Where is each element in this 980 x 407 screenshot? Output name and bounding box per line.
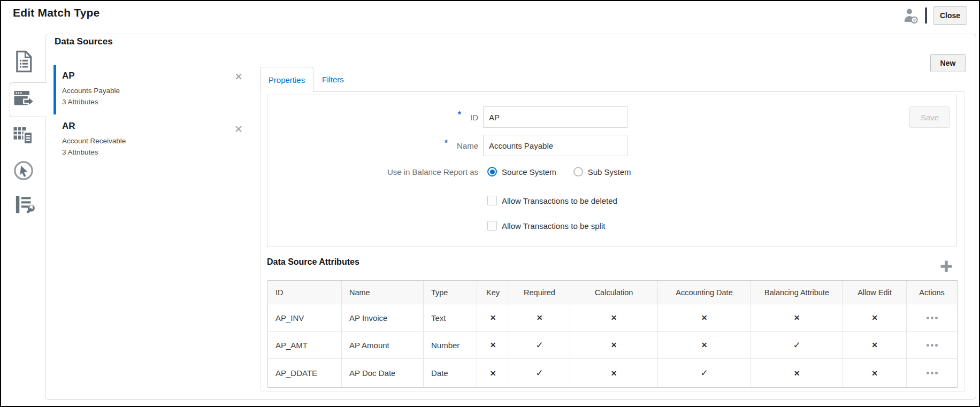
data-source-name: Accounts Payable [62,87,120,95]
table-row: AP_INVAP InvoiceText✕✕✕✕✕✕ [268,304,957,331]
cell-id: AP_INV [268,304,342,331]
remove-data-source-icon[interactable]: ✕ [234,125,243,134]
checkbox-allow-split[interactable] [487,221,497,231]
data-source-id: AR [62,121,75,132]
cell-actions [907,359,957,387]
attributes-table-body: AP_INVAP InvoiceText✕✕✕✕✕✕AP_AMTAP Amoun… [268,304,957,387]
remove-data-source-icon[interactable]: ✕ [234,73,243,81]
cell-required: ✓ [509,359,570,387]
cell-type: Text [424,304,477,331]
cell-type: Number [424,332,477,358]
cell-name: AP Invoice [342,304,424,331]
cell-balancing_attribute: ✕ [751,304,843,331]
checkbox-allow-split-label: Allow Transactions to be split [502,221,605,231]
cell-calculation: ✕ [570,359,658,387]
data-source-attr-count: 3 Attributes [62,148,98,156]
cell-accounting_date: ✕ [658,304,751,331]
cell-name: AP Doc Date [342,359,424,387]
document-wrench-icon[interactable] [14,194,35,216]
required-marker: * [445,139,448,148]
radio-sub-system-label: Sub System [588,167,631,176]
cell-actions [907,304,957,331]
column-header-key: Key [477,281,509,304]
pointer-circle-icon[interactable] [13,159,34,182]
properties-form: * ID AP Save * Name Accounts Payable Use… [267,95,957,247]
data-source-id: AP [62,71,75,81]
cell-required: ✓ [509,332,570,358]
cell-id: AP_DDATE [268,359,342,387]
user-help-icon[interactable]: ? [902,7,920,25]
cell-allow_edit: ✕ [843,359,907,387]
cell-type: Date [424,359,477,387]
cell-key: ✕ [477,332,509,358]
required-marker: * [458,110,461,120]
cell-id: AP_AMT [268,332,342,358]
column-header-name: Name [342,281,424,304]
tab-properties[interactable]: Properties [260,67,313,92]
close-button[interactable]: Close [933,6,967,25]
svg-text:?: ? [913,18,916,23]
cell-name: AP Amount [342,332,424,358]
radio-source-system[interactable] [487,167,497,176]
cell-key: ✕ [477,359,509,387]
cell-accounting_date: ✕ [658,332,751,358]
radio-sub-system[interactable] [573,167,583,176]
grid-clipboard-icon[interactable] [13,124,34,147]
table-row: AP_AMTAP AmountNumber✕✓✕✕✓✕ [268,331,957,358]
column-header-balancing_attribute: Balancing Attribute [751,281,843,304]
cell-key: ✕ [477,304,509,331]
ellipsis-icon[interactable] [927,317,938,319]
table-row: AP_DDATEAP Doc DateDate✕✓✕✓✕✕ [268,358,957,387]
name-field-label: Name [457,141,478,150]
attributes-table: IDNameTypeKeyRequiredCalculationAccounti… [267,280,958,388]
cell-calculation: ✕ [570,332,658,358]
tab-bar-underline [313,91,964,92]
checkbox-allow-delete[interactable] [487,196,497,205]
edit-match-type-dialog: Edit Match Type ? Close [0,0,980,407]
column-header-actions: Actions [907,281,957,304]
attributes-table-header: IDNameTypeKeyRequiredCalculationAccounti… [268,281,957,304]
cell-allow_edit: ✕ [843,304,907,331]
cell-required: ✕ [509,304,570,331]
data-source-attr-count: 3 Attributes [62,98,98,106]
document-list-icon[interactable] [13,50,34,73]
column-header-calculation: Calculation [570,281,658,304]
ellipsis-icon[interactable] [927,372,938,374]
cell-calculation: ✕ [570,304,658,331]
data-source-item-ar[interactable]: AR Account Receivable 3 Attributes ✕ [53,118,244,163]
selected-indicator-bar [53,65,56,114]
section-heading-attributes: Data Source Attributes [267,257,359,267]
radio-source-system-label: Source System [502,167,556,176]
id-field-label: ID [470,113,478,122]
cell-actions [907,332,957,358]
id-input[interactable]: AP [483,106,627,128]
column-header-id: ID [268,281,342,304]
column-header-allow_edit: Allow Edit [843,281,907,304]
plus-icon[interactable] [940,260,952,272]
new-data-source-button[interactable]: New [930,54,966,72]
cell-allow_edit: ✕ [843,332,907,358]
checkbox-allow-delete-label: Allow Transactions to be deleted [502,196,617,205]
header-divider [925,7,927,24]
column-header-required: Required [509,281,570,304]
section-heading-data-sources: Data Sources [55,36,113,47]
name-input[interactable]: Accounts Payable [483,135,627,156]
cell-balancing_attribute: ✓ [751,332,843,358]
data-source-name: Account Receivable [62,137,126,145]
tab-filters[interactable]: Filters [322,67,344,92]
data-source-window-icon [13,88,35,110]
column-header-accounting_date: Accounting Date [658,281,751,304]
data-source-item-ap[interactable]: AP Accounts Payable 3 Attributes ✕ [53,65,244,114]
cell-accounting_date: ✓ [658,359,751,387]
cell-balancing_attribute: ✕ [751,359,843,387]
page-title: Edit Match Type [13,6,99,19]
ellipsis-icon[interactable] [927,344,938,347]
balance-report-label: Use in Balance Report as [387,167,478,176]
column-header-type: Type [424,281,477,304]
save-button[interactable]: Save [909,106,950,128]
